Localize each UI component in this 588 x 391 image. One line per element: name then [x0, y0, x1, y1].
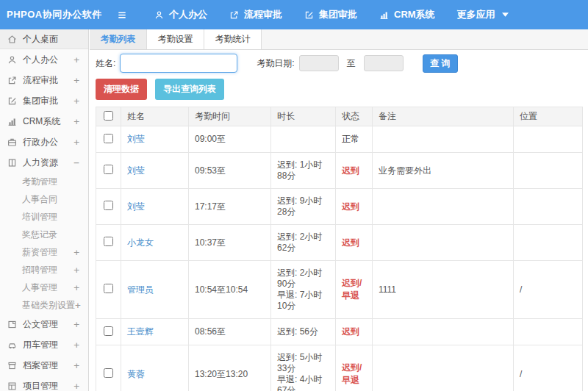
row-select-cell [96, 225, 121, 261]
select-all-checkbox[interactable] [104, 111, 113, 121]
date-from-input[interactable] [299, 55, 339, 71]
nav-item-personal-office[interactable]: 个人办公 [154, 8, 207, 21]
employee-name-link[interactable]: 刘莹 [127, 165, 145, 176]
sidebar-item-12[interactable]: 招聘管理+ [0, 261, 88, 279]
tab-2[interactable]: 考勤统计 [204, 29, 262, 49]
sidebar-item-2[interactable]: 流程审批+ [0, 70, 88, 90]
date-to-label: 至 [347, 57, 356, 70]
duration-line: 早退: 7小时10分 [277, 290, 329, 312]
chart-icon [379, 10, 389, 20]
column-header: 状态 [336, 107, 373, 126]
expand-toggle-icon[interactable]: + [74, 54, 79, 65]
row-checkbox[interactable] [104, 326, 113, 336]
row-checkbox[interactable] [104, 368, 113, 378]
table-body: 刘莹09:00至正常刘莹09:53至迟到: 1小时88分迟到业务需要外出刘莹17… [96, 126, 583, 391]
employee-name-link[interactable]: 刘莹 [127, 201, 145, 212]
employee-name-link[interactable]: 黄蓉 [127, 369, 145, 379]
duration-cell [271, 126, 336, 153]
sidebar-item-11[interactable]: 薪资管理+ [0, 243, 88, 261]
user-icon [7, 55, 18, 65]
duration-line: 迟到: 2小时62分 [277, 232, 329, 254]
sidebar-item-13[interactable]: 人事管理+ [0, 279, 88, 296]
nav-item-label: 个人办公 [169, 8, 207, 21]
export-list-button[interactable]: 导出查询列表 [155, 79, 224, 100]
sidebar-menu: 个人桌面个人办公+流程审批+集团审批+CRM系统+行政办公+人力资源−考勤管理人… [0, 29, 88, 391]
nav-item-more-apps[interactable]: 更多应用 [457, 8, 509, 21]
sidebar-item-6[interactable]: 人力资源− [0, 152, 88, 173]
row-checkbox[interactable] [104, 134, 113, 143]
row-checkbox[interactable] [104, 165, 113, 174]
sidebar-item-18[interactable]: 项目管理+ [0, 376, 88, 391]
duration-line: 迟到: 2小时90分 [277, 268, 329, 290]
sidebar-item-5[interactable]: 行政办公+ [0, 132, 88, 152]
query-button[interactable]: 查 询 [423, 54, 458, 73]
expand-toggle-icon[interactable]: + [74, 116, 79, 127]
row-select-cell [96, 261, 121, 319]
sidebar-item-15[interactable]: 公文管理+ [0, 314, 88, 334]
app-logo: PHPOA协同办公软件 [0, 8, 116, 21]
sidebar-item-16[interactable]: 用车管理+ [0, 334, 88, 355]
nav-item-label: CRM系统 [394, 8, 435, 21]
table-row: 黄蓉13:20至13:20迟到: 5小时33分早退: 4小时67分迟到/早退/ [96, 345, 583, 391]
expand-toggle-icon[interactable]: + [74, 75, 79, 86]
tab-0[interactable]: 考勤列表 [90, 29, 147, 49]
name-input[interactable] [120, 54, 237, 73]
note-cell [373, 319, 514, 345]
status-cell: 迟到 [336, 153, 373, 189]
row-select-cell [96, 319, 121, 345]
expand-toggle-icon[interactable]: + [74, 282, 79, 293]
sidebar-item-4[interactable]: CRM系统+ [0, 111, 88, 132]
action-buttons: 清理数据 导出查询列表 [90, 76, 588, 107]
sidebar-item-10[interactable]: 奖惩记录 [0, 226, 88, 243]
date-label: 考勤日期: [257, 57, 294, 70]
doc-icon [7, 320, 18, 329]
status-cell: 正常 [336, 126, 373, 153]
employee-name-link[interactable]: 王壹辉 [127, 326, 154, 337]
expand-toggle-icon[interactable]: + [74, 137, 79, 148]
expand-toggle-icon[interactable]: + [74, 319, 79, 330]
nav-item-workflow-approval[interactable]: 流程审批 [229, 8, 282, 21]
sidebar-item-label: 招聘管理 [22, 264, 74, 276]
name-cell: 刘莹 [121, 189, 189, 225]
sidebar-item-label: 培训管理 [22, 211, 79, 223]
tab-1[interactable]: 考勤设置 [147, 29, 204, 49]
archive-icon [7, 361, 18, 370]
expand-toggle-icon[interactable]: + [74, 265, 79, 276]
table-row: 刘莹17:17至迟到: 9小时28分迟到 [96, 189, 583, 225]
employee-name-link[interactable]: 管理员 [127, 284, 154, 295]
expand-toggle-icon[interactable]: + [74, 247, 79, 258]
expand-toggle-icon[interactable]: + [74, 340, 79, 351]
nav-item-crm-system[interactable]: CRM系统 [379, 8, 435, 21]
employee-name-link[interactable]: 小龙女 [127, 237, 154, 248]
sidebar-item-9[interactable]: 培训管理 [0, 208, 88, 226]
clear-data-button[interactable]: 清理数据 [96, 79, 147, 100]
table-row: 刘莹09:00至正常 [96, 126, 583, 153]
sidebar-item-label: 薪资管理 [22, 246, 74, 259]
sidebar-item-0[interactable]: 个人桌面 [0, 29, 88, 49]
main-content: 考勤列表考勤设置考勤统计 姓名: 考勤日期: 至 查 询 清理数据 导出查询列表… [90, 29, 588, 391]
duration-line: 迟到: 1小时88分 [277, 159, 329, 182]
row-checkbox[interactable] [104, 284, 113, 293]
expand-toggle-icon[interactable]: + [74, 381, 79, 391]
row-checkbox[interactable] [104, 237, 113, 246]
sidebar-item-3[interactable]: 集团审批+ [0, 90, 88, 111]
sidebar-item-17[interactable]: 档案管理+ [0, 355, 88, 376]
expand-toggle-icon[interactable]: + [75, 300, 81, 311]
tab-bar: 考勤列表考勤设置考勤统计 [90, 29, 588, 50]
employee-name-link[interactable]: 刘莹 [127, 134, 145, 144]
location-cell [514, 153, 583, 189]
sidebar-item-7[interactable]: 考勤管理 [0, 173, 88, 190]
sidebar: 个人桌面个人办公+流程审批+集团审批+CRM系统+行政办公+人力资源−考勤管理人… [0, 29, 89, 391]
expand-toggle-icon[interactable]: − [74, 157, 79, 168]
nav-item-group-approval[interactable]: 集团审批 [304, 8, 357, 21]
sidebar-item-14[interactable]: 基础类别设置+ [0, 296, 88, 314]
date-to-input[interactable] [364, 55, 404, 71]
sidebar-item-8[interactable]: 人事合同 [0, 190, 88, 208]
menu-toggle-icon[interactable] [116, 10, 128, 21]
expand-toggle-icon[interactable]: + [74, 360, 79, 371]
row-checkbox[interactable] [104, 201, 113, 210]
name-cell: 小龙女 [121, 225, 189, 261]
sidebar-item-1[interactable]: 个人办公+ [0, 49, 88, 70]
expand-toggle-icon[interactable]: + [74, 96, 79, 107]
car-icon [7, 340, 18, 350]
